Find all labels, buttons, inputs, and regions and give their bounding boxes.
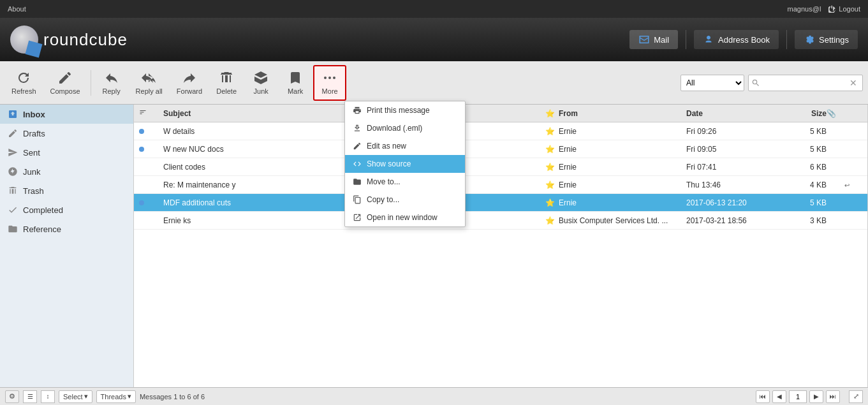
menu-move-to[interactable]: Move to... xyxy=(345,173,465,191)
row-flag-4[interactable]: ⭐ xyxy=(541,198,559,207)
reply-button[interactable]: Reply xyxy=(95,65,128,101)
toolbar: Refresh Compose Reply Reply all Forward … xyxy=(0,61,868,105)
sidebar-drafts-label: Drafts xyxy=(23,129,45,138)
sidebar-item-reference[interactable]: Reference xyxy=(0,219,133,239)
logo-cube xyxy=(26,41,43,58)
menu-print-label: Print this message xyxy=(367,106,430,115)
row-flag-5[interactable]: ⭐ xyxy=(541,216,559,225)
sidebar-item-trash[interactable]: Trash xyxy=(0,181,133,200)
menu-edit-as-new[interactable]: Edit as new xyxy=(345,137,465,155)
sidebar-item-drafts[interactable]: Drafts xyxy=(0,124,133,143)
search-clear-button[interactable]: ✕ xyxy=(850,78,857,88)
email-row[interactable]: MDF additional cuts ⭐ Ernie 2017-06-13 2… xyxy=(134,194,867,212)
row-flag-3[interactable]: ⭐ xyxy=(541,180,559,189)
row-check-2 xyxy=(139,163,158,172)
select-button[interactable]: Select ▾ xyxy=(59,390,92,403)
logo: roundcube xyxy=(10,26,128,54)
search-box: ✕ xyxy=(748,75,863,91)
power-icon xyxy=(828,5,836,13)
row-flag-1[interactable]: ⭐ xyxy=(541,145,559,154)
unread-dot xyxy=(139,200,144,205)
move-icon xyxy=(353,177,362,186)
svg-point-2 xyxy=(333,77,335,79)
row-flag-2[interactable]: ⭐ xyxy=(541,163,559,172)
expand-button[interactable]: ⤢ xyxy=(849,390,863,403)
refresh-button[interactable]: Refresh xyxy=(5,65,43,101)
compose-icon xyxy=(57,70,73,85)
row-from-3: Ernie xyxy=(559,180,686,189)
more-button[interactable]: More xyxy=(313,65,346,101)
col-date-header[interactable]: Date xyxy=(686,109,788,118)
menu-download[interactable]: Download (.eml) xyxy=(345,119,465,137)
page-last-button[interactable]: ⏭ xyxy=(826,390,840,403)
reply-icon xyxy=(104,70,119,85)
logout-label: Logout xyxy=(839,5,860,13)
row-check-3 xyxy=(139,180,158,189)
list-view-button[interactable]: ☰ xyxy=(23,390,37,403)
email-row[interactable]: W details ⭐ Ernie Fri 09:26 5 KB xyxy=(134,122,867,140)
edit-icon xyxy=(353,142,362,151)
row-size-1: 5 KB xyxy=(788,145,827,154)
nav-settings[interactable]: Settings xyxy=(795,30,858,49)
mark-label: Mark xyxy=(288,87,303,95)
menu-open-new-window[interactable]: Open in new window xyxy=(345,209,465,226)
nav-mail[interactable]: Mail xyxy=(629,30,678,49)
reply-all-button[interactable]: Reply all xyxy=(129,65,169,101)
topbar: About magnus@l Logout xyxy=(0,0,868,18)
row-flag-0[interactable]: ⭐ xyxy=(541,127,559,136)
sidebar-item-inbox[interactable]: Inbox xyxy=(0,105,133,124)
menu-download-label: Download (.eml) xyxy=(367,124,422,133)
col-attach-header: 📎 xyxy=(827,109,844,118)
toolbar-right: All ✕ xyxy=(680,75,863,91)
col-check-header xyxy=(139,108,158,118)
email-row[interactable]: W new NUC docs ⭐ Ernie Fri 09:05 5 KB xyxy=(134,140,867,158)
menu-show-source[interactable]: Show source xyxy=(345,155,465,173)
tb-sep-1 xyxy=(91,70,91,96)
forward-button[interactable]: Forward xyxy=(170,65,209,101)
row-check-5 xyxy=(139,216,158,225)
status-gear-button[interactable]: ⚙ xyxy=(5,390,19,403)
row-size-5: 3 KB xyxy=(788,216,827,225)
menu-copy-to-label: Copy to... xyxy=(367,195,399,204)
statusbar-pagination: ⏮ ◀ ▶ ⏭ xyxy=(756,390,840,403)
col-flag-header: ⭐ xyxy=(541,109,559,118)
email-row[interactable]: Client codes ⭐ Ernie Fri 07:41 6 KB xyxy=(134,158,867,176)
row-date-1: Fri 09:05 xyxy=(686,145,788,154)
email-row[interactable]: Re: M maintenance y ⭐ Ernie Thu 13:46 4 … xyxy=(134,176,867,194)
statusbar: ⚙ ☰ ↕ Select ▾ Threads ▾ Messages 1 to 6… xyxy=(0,387,868,405)
email-row[interactable]: Ernie ks ⭐ Busix Computer Services Ltd. … xyxy=(134,212,867,230)
sort-button[interactable]: ↕ xyxy=(41,390,55,403)
compose-button[interactable]: Compose xyxy=(44,65,87,101)
about-link[interactable]: About xyxy=(8,5,26,13)
gear-icon xyxy=(804,34,815,45)
refresh-label: Refresh xyxy=(11,87,36,95)
delete-button[interactable]: Delete xyxy=(210,65,243,101)
delete-label: Delete xyxy=(216,87,237,95)
col-size-header[interactable]: Size xyxy=(788,109,827,118)
mark-button[interactable]: Mark xyxy=(279,65,312,101)
search-input[interactable] xyxy=(760,78,850,87)
junk-button[interactable]: Junk xyxy=(244,65,277,101)
menu-print[interactable]: Print this message xyxy=(345,101,465,119)
threads-label: Threads xyxy=(101,393,126,401)
sort-icon xyxy=(139,108,147,116)
menu-copy-to[interactable]: Copy to... xyxy=(345,191,465,209)
refresh-icon xyxy=(16,70,31,85)
page-prev-button[interactable]: ◀ xyxy=(772,390,786,403)
nav-addressbook[interactable]: Address Book xyxy=(694,30,779,49)
search-icon xyxy=(751,78,760,87)
page-next-button[interactable]: ▶ xyxy=(809,390,823,403)
more-label: More xyxy=(322,87,338,95)
page-first-button[interactable]: ⏮ xyxy=(756,390,770,403)
sent-icon xyxy=(8,147,18,158)
logout-button[interactable]: Logout xyxy=(828,5,860,13)
sidebar-item-sent[interactable]: Sent xyxy=(0,143,133,162)
nav-settings-label: Settings xyxy=(819,35,849,45)
reply-label: Reply xyxy=(103,87,121,95)
sidebar-item-junk[interactable]: Junk xyxy=(0,162,133,181)
sidebar-item-completed[interactable]: Completed xyxy=(0,200,133,219)
page-number-input[interactable] xyxy=(789,390,807,403)
threads-button[interactable]: Threads ▾ xyxy=(96,390,136,403)
filter-select[interactable]: All xyxy=(680,75,744,91)
col-from-header[interactable]: From xyxy=(559,109,686,118)
